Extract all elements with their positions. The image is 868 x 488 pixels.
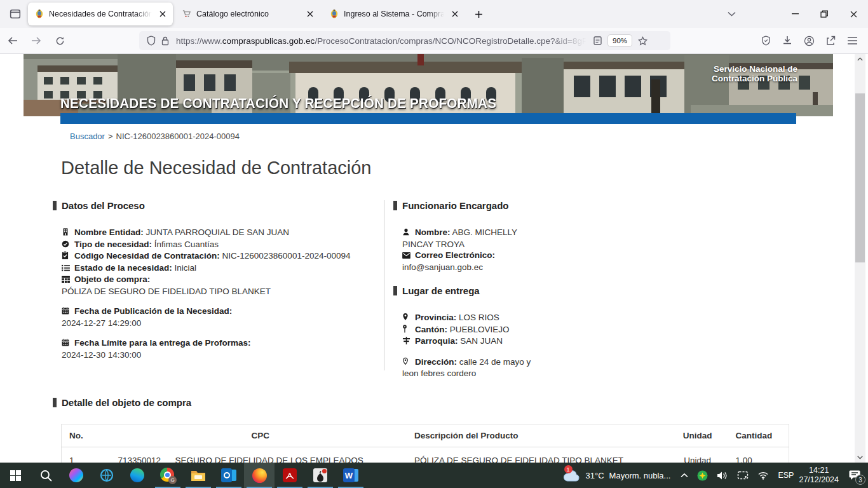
tab-necesidades[interactable]: Necesidades de Contratación y [28,3,173,25]
edge-icon[interactable] [122,463,153,488]
cast-screen-icon[interactable] [737,471,749,480]
close-tab-icon[interactable] [449,8,461,20]
java-app-icon[interactable] [305,463,336,488]
word-icon[interactable]: W [336,463,366,488]
zoom-level-badge[interactable]: 90% [608,35,632,46]
url-bar[interactable]: https://www.compraspublicas.gob.ec/Proce… [139,31,670,50]
close-tab-icon[interactable] [156,8,169,20]
scrollbar-thumb[interactable] [855,93,865,262]
tab-title: Catálogo electrónico [196,10,301,18]
notification-center-icon[interactable]: 3 [841,463,868,488]
field-estado-necesidad: Estado de la necesidad: Inicial [62,262,384,274]
list-icon [62,263,71,274]
cloud-icon: 1 [562,468,580,482]
section-funcionario-encargado: Funcionario Encargado Nombre: ABG. MICHE… [393,200,541,273]
field-objeto-compra-label: Objeto de compra: [62,274,384,286]
location-outline-icon [402,357,411,369]
volume-icon[interactable] [717,471,728,480]
forward-icon[interactable] [25,30,47,51]
breadcrumb: Buscador>NIC-1260023860001-2024-00094 [70,132,240,141]
downloads-icon[interactable] [776,30,798,51]
reload-icon[interactable] [49,30,71,51]
start-button[interactable] [0,463,31,488]
calendar-icon [62,306,71,318]
language-indicator[interactable]: ESP [778,471,794,480]
col-header-cpc: CPC [115,424,405,447]
tab-title: Necesidades de Contratación y [49,10,154,18]
internet-explorer-icon[interactable] [92,463,122,488]
section-datos-del-proceso: Datos del Proceso Nombre Entidad: JUNTA … [53,200,384,379]
toolbar-right-icons [755,30,863,51]
check-circle-icon [62,240,71,251]
section-bar [53,398,57,407]
envelope-icon [402,250,411,262]
menu-hamburger-icon[interactable] [841,30,863,51]
tray-chevron-up-icon[interactable] [681,473,688,478]
firefox-icon[interactable] [244,463,275,488]
acrobat-icon[interactable] [275,463,305,488]
field-fecha-publicacion-value: 2024-12-27 14:29:00 [62,318,384,329]
antivirus-tray-icon[interactable] [697,470,708,481]
scroll-down-icon[interactable] [855,452,865,463]
firefox-view-icon[interactable] [5,4,25,24]
field-tipo-necesidad: Tipo de necesidad: Ínfimas Cuantías [62,239,384,251]
system-tray: ESP [681,470,794,481]
tab-catalogo[interactable]: Catálogo electrónico [175,3,320,25]
url-text: https://www.compraspublicas.gob.ec/Proce… [176,36,590,46]
calendar-icon [62,338,71,349]
catalog-cart-favicon [182,9,192,19]
notification-count-badge: 3 [855,475,865,485]
minimize-button[interactable] [780,0,810,28]
detail-columns: Datos del Proceso Nombre Entidad: JUNTA … [53,200,541,379]
field-canton: Cantón: PUEBLOVIEJO [402,324,541,336]
col-header-cantidad: Cantidad [729,424,789,447]
table-icon [62,274,71,286]
scroll-up-icon[interactable] [855,54,865,64]
close-window-button[interactable] [839,0,868,28]
section-lugar-entrega: Lugar de entrega Provincia: LOS RIOS Can… [393,285,541,379]
breadcrumb-link-buscador[interactable]: Buscador [70,132,105,141]
building-icon [62,227,71,239]
field-correo-value: info@sanjuan.gob.ec [402,262,541,273]
breadcrumb-separator: > [108,132,113,141]
tab-title: Ingreso al Sistema - Compras P [344,10,446,18]
protections-shield-icon[interactable] [755,30,776,51]
vertical-scrollbar[interactable] [855,54,865,463]
clock-date: 27/12/2024 [799,475,839,485]
browser-titlebar: Necesidades de Contratación y Catálogo e… [0,0,868,28]
account-icon[interactable] [798,30,820,51]
taskbar-clock[interactable]: 14:21 27/12/2024 [799,466,839,485]
section-bar [393,286,397,295]
field-fecha-limite-value: 2024-12-30 14:30:00 [62,349,384,361]
breadcrumb-current: NIC-1260023860001-2024-00094 [116,132,240,141]
section-heading: Funcionario Encargado [402,200,509,211]
section-detalle-objeto: Detalle del objeto de compra [53,397,191,408]
copilot-icon[interactable] [61,463,92,488]
page-viewport: Servicio Nacional de Contratación Públic… [0,54,868,463]
reader-mode-icon[interactable] [590,34,604,48]
list-all-tabs-icon[interactable] [721,3,742,25]
taskbar-weather[interactable]: 1 31°C Mayorm. nubla... [562,468,671,482]
chrome-profile-badge: G [168,476,177,484]
file-explorer-icon[interactable] [183,463,214,488]
field-parroquia: Parroquia: SAN JUAN [402,336,541,348]
field-provincia: Provincia: LOS RIOS [402,312,541,324]
lock-icon[interactable] [158,34,172,48]
browser-toolbar: https://www.compraspublicas.gob.ec/Proce… [0,28,868,54]
close-tab-icon[interactable] [304,8,316,20]
bookmark-star-icon[interactable] [635,34,649,48]
chrome-icon[interactable]: G [153,463,183,488]
tracking-protection-shield-icon[interactable] [144,34,158,48]
new-tab-button[interactable] [469,4,488,24]
outlook-icon[interactable] [214,463,244,488]
tab-ingreso[interactable]: Ingreso al Sistema - Compras P [323,3,465,25]
url-domain: compraspublicas.gob.ec [222,36,315,46]
restore-button[interactable] [810,0,839,28]
share-icon[interactable] [820,30,841,51]
back-icon[interactable] [2,30,24,51]
table-row: 1 713350012 SEGURO DE FIDELIDAD DE LOS E… [62,447,789,463]
wifi-icon[interactable] [757,471,769,480]
objeto-compra-table: No. CPC Descripción del Producto Unidad … [61,424,789,463]
table-header-row: No. CPC Descripción del Producto Unidad … [62,424,789,447]
search-icon[interactable] [31,463,61,488]
